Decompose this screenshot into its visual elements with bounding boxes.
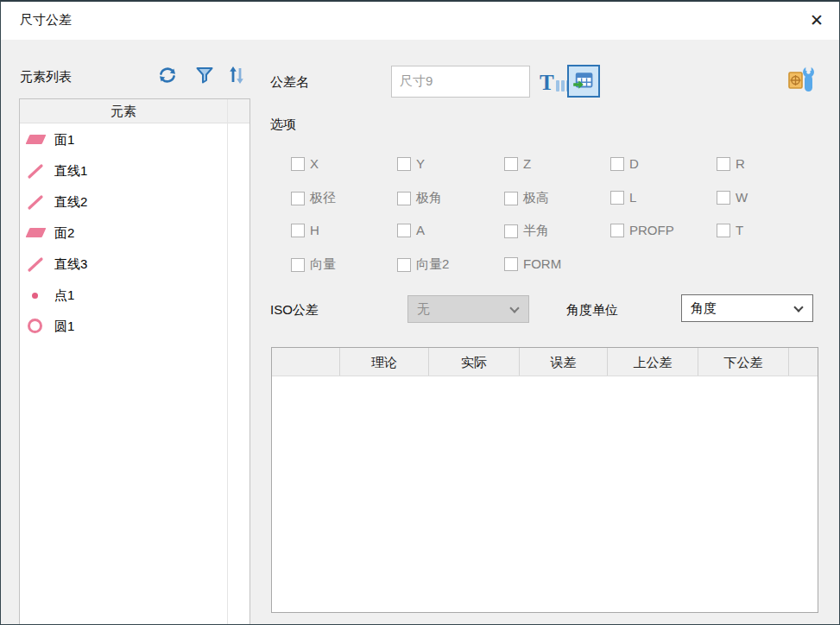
- angle-unit-select[interactable]: 角度: [681, 294, 813, 322]
- result-column-header: 下公差: [698, 348, 789, 376]
- checkbox-r[interactable]: R: [717, 156, 745, 171]
- chevron-down-icon: [509, 303, 519, 312]
- checkbox[interactable]: [291, 224, 305, 237]
- result-column-header: 误差: [520, 348, 608, 376]
- result-column-header: [272, 348, 340, 376]
- list-item[interactable]: 面1: [20, 124, 227, 155]
- checkbox-polar-radius[interactable]: 极径: [291, 190, 336, 206]
- checkbox[interactable]: [291, 157, 305, 171]
- close-icon[interactable]: ✕: [806, 10, 827, 31]
- checkbox[interactable]: [504, 157, 518, 171]
- list-item[interactable]: 直线2: [20, 186, 227, 218]
- plane-icon: [26, 130, 48, 149]
- checkbox[interactable]: [717, 224, 730, 237]
- element-list-panel: 元素 面1 直线1 直线2 面2: [19, 98, 250, 625]
- checkbox[interactable]: [291, 258, 305, 272]
- checkbox-vector2[interactable]: 向量2: [397, 256, 449, 273]
- checkbox[interactable]: [397, 192, 411, 205]
- refresh-icon[interactable]: [157, 65, 178, 85]
- tolerance-result-table: 理论 实际 误差 上公差 下公差: [271, 347, 818, 613]
- checkbox-l[interactable]: L: [610, 190, 636, 205]
- line-icon: [26, 161, 48, 180]
- dialog-title: 尺寸公差: [20, 12, 72, 28]
- checkbox[interactable]: [610, 157, 624, 171]
- send-to-table-button[interactable]: [567, 65, 600, 98]
- filter-icon[interactable]: [194, 65, 215, 85]
- result-column-header: 实际: [429, 348, 520, 376]
- checkbox[interactable]: [504, 192, 518, 205]
- point-icon: [26, 286, 48, 305]
- list-item-label: 点1: [54, 287, 74, 304]
- checkbox[interactable]: [717, 191, 730, 205]
- title-bar: 尺寸公差 ✕: [1, 2, 839, 40]
- plane-icon: [26, 224, 48, 243]
- iso-tolerance-select: 无: [407, 295, 529, 323]
- chevron-down-icon: [793, 302, 803, 312]
- result-column-header: 上公差: [608, 348, 698, 376]
- checkbox-form[interactable]: FORM: [504, 256, 561, 271]
- column-divider: [227, 99, 228, 625]
- checkbox[interactable]: [504, 257, 518, 271]
- checkbox-h[interactable]: H: [291, 223, 319, 237]
- angle-unit-label: 角度单位: [566, 302, 618, 319]
- result-column-header: 理论: [340, 348, 429, 376]
- checkbox-vector[interactable]: 向量: [291, 256, 336, 273]
- checkbox-half-angle[interactable]: 半角: [504, 223, 549, 239]
- list-item[interactable]: 直线3: [20, 249, 227, 280]
- list-item[interactable]: 点1: [20, 280, 227, 311]
- list-item-label: 直线2: [54, 194, 87, 211]
- options-label: 选项: [270, 117, 296, 133]
- line-icon: [26, 193, 48, 211]
- tolerance-name-input[interactable]: [391, 66, 530, 98]
- sort-icon[interactable]: [226, 65, 247, 85]
- checkbox-profp[interactable]: PROFP: [610, 223, 674, 237]
- checkbox[interactable]: [610, 224, 624, 237]
- element-list-header: 元素: [20, 99, 249, 123]
- checkbox-x[interactable]: X: [291, 156, 319, 171]
- checkbox-d[interactable]: D: [610, 156, 639, 171]
- list-item[interactable]: 圆1: [20, 311, 227, 342]
- checkbox-polar-height[interactable]: 极高: [504, 190, 549, 206]
- result-column-header: [789, 348, 818, 376]
- checkbox-y[interactable]: Y: [397, 156, 425, 171]
- result-table-header-row: 理论 实际 误差 上公差 下公差: [272, 348, 818, 376]
- checkbox-z[interactable]: Z: [504, 156, 531, 171]
- checkbox-w[interactable]: W: [717, 190, 748, 205]
- dimension-tolerance-dialog: 尺寸公差 ✕ 元素列表 元素 面1: [0, 0, 840, 625]
- list-item-label: 面1: [54, 132, 74, 148]
- iso-tolerance-label: ISO公差: [270, 302, 319, 319]
- line-icon: [26, 255, 48, 274]
- checkbox[interactable]: [397, 224, 411, 237]
- list-item-label: 直线1: [54, 163, 87, 180]
- checkbox[interactable]: [504, 224, 518, 238]
- list-item-label: 直线3: [54, 256, 87, 273]
- tolerance-settings-icon[interactable]: [785, 65, 818, 94]
- element-column-header: 元素: [20, 99, 227, 123]
- checkbox[interactable]: [397, 258, 411, 272]
- checkbox[interactable]: [291, 192, 305, 205]
- checkbox-polar-angle[interactable]: 极角: [397, 190, 442, 206]
- checkbox[interactable]: [397, 157, 411, 171]
- checkbox-t[interactable]: T: [717, 223, 743, 237]
- circle-icon: [26, 317, 48, 336]
- list-item-label: 面2: [54, 225, 74, 242]
- element-list-title: 元素列表: [20, 69, 72, 85]
- list-item[interactable]: 直线1: [20, 155, 227, 186]
- checkbox[interactable]: [610, 191, 624, 205]
- table-arrow-icon: [572, 70, 595, 92]
- element-list-body: 面1 直线1 直线2 面2 直线: [20, 124, 227, 342]
- checkbox[interactable]: [717, 157, 730, 171]
- list-item[interactable]: 面2: [20, 218, 227, 249]
- list-item-label: 圆1: [54, 319, 74, 335]
- tolerance-name-label: 公差名: [270, 74, 309, 91]
- checkbox-a[interactable]: A: [397, 223, 425, 237]
